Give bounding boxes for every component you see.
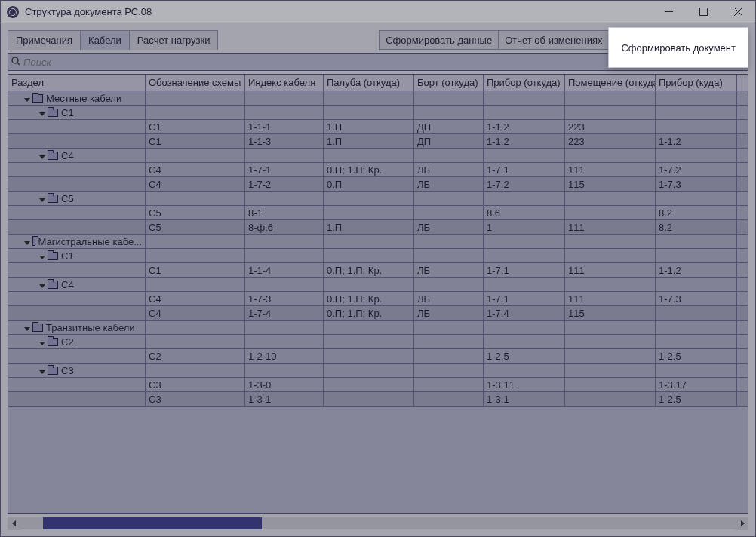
cell[interactable]: 115: [565, 177, 656, 191]
col-board-from[interactable]: Борт (откуда): [414, 75, 484, 91]
cell[interactable]: ДП: [414, 134, 484, 148]
generate-data-button[interactable]: Сформировать данные: [379, 30, 499, 50]
cell[interactable]: [8, 349, 146, 363]
data-row[interactable]: С11-1-11.ПДП1-1.2223: [8, 120, 748, 134]
chevron-down-icon[interactable]: [38, 152, 46, 159]
cell[interactable]: 1.П: [324, 220, 414, 234]
cell[interactable]: [324, 206, 414, 219]
data-row[interactable]: С41-7-30.П; 1.П; Кр.ЛБ1-7.11111-7.3: [8, 292, 748, 306]
cell[interactable]: С4: [146, 306, 245, 320]
cell[interactable]: 0.П; 1.П; Кр.: [324, 263, 414, 277]
scroll-left-button[interactable]: [8, 517, 20, 530]
cell[interactable]: 1-7-4: [245, 306, 324, 320]
cell[interactable]: [8, 120, 146, 133]
cell[interactable]: 8.2: [656, 220, 737, 234]
cell[interactable]: 111: [565, 263, 656, 277]
cell[interactable]: ЛБ: [414, 306, 484, 320]
cell[interactable]: 1-7.4: [484, 306, 565, 320]
cell[interactable]: [8, 263, 146, 277]
data-row[interactable]: С41-7-20.ПЛБ1-7.21151-7.3: [8, 177, 748, 192]
col-room-from[interactable]: Помещение (откуда): [565, 75, 656, 91]
cell[interactable]: [565, 392, 656, 406]
cell[interactable]: [414, 392, 484, 406]
cell[interactable]: 1-1.2: [484, 120, 565, 133]
cell[interactable]: ЛБ: [414, 263, 484, 277]
data-row[interactable]: С21-2-101-2.51-2.5: [8, 349, 748, 364]
chevron-down-icon[interactable]: [38, 195, 46, 202]
cell[interactable]: 0.П; 1.П; Кр.: [324, 163, 414, 176]
cell[interactable]: [8, 206, 146, 219]
cell[interactable]: [565, 349, 656, 363]
cell[interactable]: 8.2: [656, 206, 737, 219]
chevron-down-icon[interactable]: [38, 281, 46, 288]
data-row[interactable]: С41-7-40.П; 1.П; Кр.ЛБ1-7.4115: [8, 306, 748, 321]
cell[interactable]: 1-1.2: [656, 263, 737, 277]
tree-group-row[interactable]: С3: [8, 364, 748, 378]
cell[interactable]: С1: [146, 263, 245, 277]
cell[interactable]: [656, 120, 737, 133]
tab-notes[interactable]: Примечания: [8, 30, 81, 50]
generate-document-button[interactable]: Сформировать документ: [608, 27, 748, 68]
cell[interactable]: 1-7.1: [484, 163, 565, 176]
data-row[interactable]: С11-1-31.ПДП1-1.22231-1.2: [8, 134, 748, 149]
cell[interactable]: 1-7.3: [656, 177, 737, 191]
col-cable-index[interactable]: Индекс кабеля: [245, 75, 324, 91]
tree-group-row[interactable]: С5: [8, 192, 748, 206]
cell[interactable]: 1-3.17: [656, 378, 737, 391]
cell[interactable]: 0.П: [324, 177, 414, 191]
cell[interactable]: 1-2.5: [656, 392, 737, 406]
cell[interactable]: 1-1-4: [245, 263, 324, 277]
col-device-to[interactable]: Прибор (куда): [656, 75, 737, 91]
close-button[interactable]: [721, 1, 755, 23]
cell[interactable]: 0.П; 1.П; Кр.: [324, 292, 414, 305]
chevron-down-icon[interactable]: [23, 238, 31, 245]
cell[interactable]: ДП: [414, 120, 484, 133]
cell[interactable]: 1.П: [324, 134, 414, 148]
tree-group-row[interactable]: С1: [8, 106, 748, 120]
cell[interactable]: [414, 206, 484, 219]
maximize-button[interactable]: [686, 1, 721, 23]
chevron-down-icon[interactable]: [23, 94, 31, 102]
cell[interactable]: ЛБ: [414, 220, 484, 234]
change-report-button[interactable]: Отчет об изменениях: [498, 30, 609, 50]
cell[interactable]: 1-7-2: [245, 177, 324, 191]
cell[interactable]: [414, 378, 484, 391]
tree-group-row[interactable]: Магистральные кабе...: [8, 235, 748, 249]
cell[interactable]: 1-7.2: [484, 177, 565, 191]
cell[interactable]: 1-3-0: [245, 378, 324, 391]
tree-group-row[interactable]: Транзитные кабели: [8, 321, 748, 335]
cell[interactable]: 1-7-3: [245, 292, 324, 305]
cell[interactable]: С3: [146, 392, 245, 406]
tree-group-row[interactable]: С2: [8, 335, 748, 349]
cell[interactable]: С4: [146, 163, 245, 176]
data-row[interactable]: С31-3-01-3.111-3.17: [8, 378, 748, 392]
cell[interactable]: 1-7.3: [656, 292, 737, 305]
cell[interactable]: [565, 378, 656, 391]
cell[interactable]: 111: [565, 220, 656, 234]
cell[interactable]: [565, 206, 656, 219]
cell[interactable]: 8-ф.6: [245, 220, 324, 234]
tab-cables[interactable]: Кабели: [80, 30, 130, 50]
cell[interactable]: [8, 378, 146, 391]
scroll-right-button[interactable]: [736, 517, 748, 530]
col-device-from[interactable]: Прибор (откуда): [484, 75, 565, 91]
cell[interactable]: 111: [565, 292, 656, 305]
cell[interactable]: 1-7-1: [245, 163, 324, 176]
cell[interactable]: ЛБ: [414, 177, 484, 191]
cell[interactable]: [8, 292, 146, 305]
col-section[interactable]: Раздел: [8, 75, 146, 91]
cell[interactable]: 1-2.5: [656, 349, 737, 363]
tree-group-row[interactable]: С1: [8, 249, 748, 263]
cell[interactable]: 115: [565, 306, 656, 320]
data-row[interactable]: С31-3-11-3.11-2.5: [8, 392, 748, 407]
cell[interactable]: С5: [146, 206, 245, 219]
cell[interactable]: [8, 163, 146, 176]
chevron-down-icon[interactable]: [23, 324, 31, 331]
cell[interactable]: [8, 392, 146, 406]
scroll-thumb[interactable]: [43, 517, 262, 529]
cell[interactable]: 1-1-1: [245, 120, 324, 133]
cell[interactable]: [8, 306, 146, 320]
cell[interactable]: [8, 134, 146, 148]
cell[interactable]: 1-7.1: [484, 292, 565, 305]
cell[interactable]: 1-2-10: [245, 349, 324, 363]
